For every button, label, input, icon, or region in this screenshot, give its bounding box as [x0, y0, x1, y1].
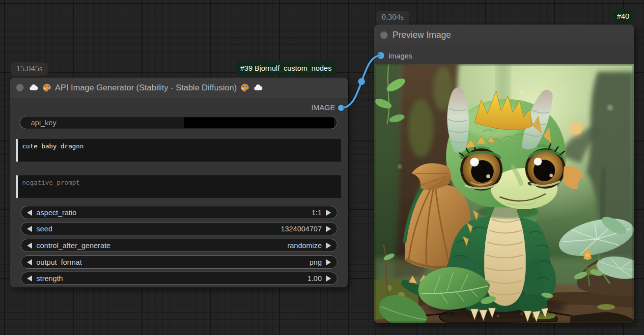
image-output-slot[interactable]: [338, 105, 344, 111]
preview-image-content: [374, 64, 634, 323]
images-input-label: images: [389, 52, 412, 60]
collapse-dot[interactable]: [16, 84, 24, 91]
widget-value: randomize: [287, 241, 322, 250]
decrement-arrow-icon[interactable]: [27, 276, 32, 281]
node-api-image-generator[interactable]: API Image Generator (Stability - Stable …: [10, 78, 348, 287]
widget-label: aspect_ratio: [36, 208, 77, 217]
cloud-icon: [28, 83, 39, 93]
api-key-redacted-value: [184, 117, 334, 128]
decrement-arrow-icon[interactable]: [27, 243, 32, 249]
preview-node-header[interactable]: Preview Image: [374, 25, 634, 46]
widget-strength[interactable]: strength 1.00: [21, 272, 337, 285]
prompt-textarea[interactable]: cute baby dragon: [16, 139, 341, 162]
widget-label: strength: [36, 274, 63, 282]
widget-label: output_format: [36, 258, 82, 266]
widget-value: 1.00: [308, 274, 322, 282]
increment-arrow-icon[interactable]: [326, 226, 331, 232]
increment-arrow-icon[interactable]: [326, 259, 331, 265]
preview-image: [374, 64, 634, 323]
generator-id-badge: #39 Bjornulf_custom_nodes: [235, 61, 336, 75]
palette-icon: [240, 83, 250, 93]
preview-node-title: Preview Image: [392, 30, 451, 40]
node-preview-image[interactable]: Preview Image images: [374, 25, 634, 323]
increment-arrow-icon[interactable]: [326, 210, 331, 216]
cloud-icon: [253, 83, 263, 93]
increment-arrow-icon[interactable]: [326, 276, 331, 281]
widget-seed[interactable]: seed 1324004707: [21, 222, 337, 235]
generator-title-text: API Image Generator (Stability - Stable …: [55, 83, 237, 93]
decrement-arrow-icon[interactable]: [27, 259, 32, 265]
preview-timing-badge: 0.304s: [376, 11, 409, 25]
negative-prompt-textarea[interactable]: [16, 175, 341, 198]
generator-node-header[interactable]: API Image Generator (Stability - Stable …: [10, 78, 348, 98]
collapse-dot[interactable]: [380, 31, 388, 39]
palette-icon: [42, 83, 52, 93]
comfyui-canvas[interactable]: { "colors": { "link_blue": "#54a9e9", "b…: [0, 0, 644, 335]
widget-label: control_after_generate: [36, 241, 111, 250]
link-midpoint-dot[interactable]: [358, 78, 365, 85]
api-key-label: api_key: [31, 118, 56, 127]
api-key-field[interactable]: api_key: [20, 116, 337, 129]
widget-aspect-ratio[interactable]: aspect_ratio 1:1: [21, 206, 337, 219]
generator-node-title: API Image Generator (Stability - Stable …: [28, 83, 263, 93]
images-input-slot[interactable]: [377, 52, 384, 59]
generator-timing-badge: 15.045s: [11, 62, 48, 76]
widget-output-format[interactable]: output_format png: [21, 255, 337, 269]
preview-id-badge: #40: [612, 9, 634, 23]
widget-value: png: [309, 258, 322, 266]
widget-label: seed: [36, 224, 53, 233]
widget-control-after-generate[interactable]: control_after_generate randomize: [21, 239, 337, 252]
widget-value: 1324004707: [281, 224, 322, 233]
image-output-label: IMAGE: [311, 103, 335, 112]
widget-value: 1:1: [311, 208, 322, 217]
images-input-row: images: [374, 46, 634, 65]
increment-arrow-icon[interactable]: [326, 243, 331, 249]
decrement-arrow-icon[interactable]: [27, 226, 32, 232]
decrement-arrow-icon[interactable]: [27, 210, 32, 216]
